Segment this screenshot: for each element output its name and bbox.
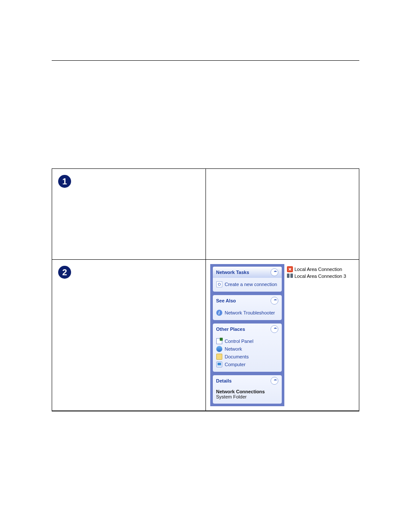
step-badge-2: 2: [58, 266, 71, 279]
step-badge-1-label: 1: [62, 177, 67, 187]
step-badge-2-label: 2: [62, 268, 67, 277]
panel-details: Details Network Connections System Folde…: [213, 375, 282, 404]
collapse-icon[interactable]: [271, 268, 278, 276]
connections-list: Local Area Connection Local Area Connect…: [284, 264, 349, 406]
network-connections-screenshot: Network Tasks Create a new connection: [210, 264, 355, 406]
details-title: Network Connections: [216, 389, 278, 394]
panel-header-details[interactable]: Details: [213, 375, 282, 386]
link-create-new-connection[interactable]: Create a new connection: [216, 280, 278, 288]
panel-header-other-places[interactable]: Other Places: [213, 324, 282, 335]
link-network[interactable]: Network: [216, 345, 278, 353]
collapse-icon[interactable]: [271, 297, 278, 305]
link-label: Computer: [225, 362, 246, 367]
new-connection-icon: [216, 281, 222, 287]
step-1-image-cell: [206, 169, 359, 260]
collapse-icon[interactable]: [271, 325, 278, 333]
step-2-cell: 2: [52, 260, 206, 411]
lan-icon: [287, 273, 293, 279]
computer-icon: [216, 361, 222, 367]
step-2-image-cell: Network Tasks Create a new connection: [206, 260, 359, 411]
documents-icon: [216, 354, 222, 360]
link-control-panel[interactable]: Control Panel: [216, 337, 278, 345]
panel-title: Network Tasks: [216, 270, 249, 275]
panel-network-tasks: Network Tasks Create a new connection: [213, 267, 282, 292]
link-documents[interactable]: Documents: [216, 353, 278, 361]
connection-item[interactable]: Local Area Connection: [287, 266, 346, 273]
spacer: [52, 61, 359, 168]
xp-side-panel: Network Tasks Create a new connection: [210, 264, 284, 406]
connection-item[interactable]: Local Area Connection 3: [287, 273, 346, 280]
link-label: Create a new connection: [225, 282, 277, 287]
footer-rule: [52, 411, 359, 411]
details-subtitle: System Folder: [216, 394, 278, 399]
panel-body-other-places: Control Panel Network Documents: [213, 335, 282, 372]
connection-label: Local Area Connection 3: [295, 274, 346, 279]
info-icon: [216, 310, 222, 316]
lan-disconnected-icon: [287, 266, 293, 272]
panel-body-see-also: Network Troubleshooter: [213, 306, 282, 320]
document-page: 1 2 Network Tasks: [0, 0, 411, 454]
link-label: Network: [225, 346, 242, 352]
link-label: Control Panel: [225, 339, 254, 344]
panel-title: See Also: [216, 298, 236, 303]
panel-title: Other Places: [216, 327, 245, 332]
steps-table: 1 2 Network Tasks: [52, 168, 359, 411]
collapse-icon[interactable]: [271, 377, 278, 385]
step-1-cell: 1: [52, 169, 206, 260]
panel-header-network-tasks[interactable]: Network Tasks: [213, 267, 282, 278]
panel-other-places: Other Places Control Panel N: [213, 324, 282, 372]
link-label: Network Troubleshooter: [225, 310, 275, 315]
control-panel-icon: [216, 338, 222, 344]
network-icon: [216, 346, 222, 352]
panel-body-details: Network Connections System Folder: [213, 386, 282, 404]
panel-see-also: See Also Network Troubleshooter: [213, 295, 282, 320]
link-network-troubleshooter[interactable]: Network Troubleshooter: [216, 309, 278, 317]
panel-title: Details: [216, 378, 232, 383]
link-label: Documents: [225, 354, 249, 359]
connection-label: Local Area Connection: [295, 267, 342, 272]
link-computer[interactable]: Computer: [216, 361, 278, 368]
step-badge-1: 1: [58, 175, 71, 188]
panel-header-see-also[interactable]: See Also: [213, 295, 282, 306]
panel-body-network-tasks: Create a new connection: [213, 278, 282, 292]
